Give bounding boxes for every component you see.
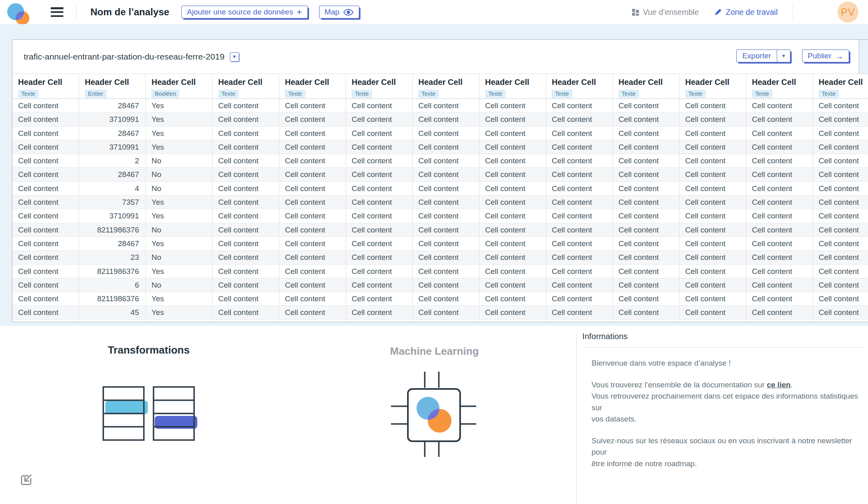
table-cell: Cell content [813,223,868,237]
table-cell: Cell content [613,278,680,292]
menu-hamburger-icon[interactable] [51,7,63,17]
table-cell: Cell content [279,127,346,140]
table-body: Cell content28467YesCell contentCell con… [12,99,868,322]
table-cell: Cell content [813,195,868,209]
table-cell: Cell content [746,195,813,209]
table-cell: Cell content [813,306,868,319]
table-cell: Cell content [479,182,546,195]
doc-link[interactable]: ce lien [767,381,790,389]
table-cell: Cell content [413,182,479,195]
resize-import-icon[interactable] [18,472,34,488]
informations-panel: Informations Bienvenue dans votre espace… [576,331,868,469]
table-cell: Cell content [279,195,346,209]
table-cell: Cell content [613,127,680,140]
add-data-source-button[interactable]: Ajouter une source de données + [181,6,308,19]
table-row: Cell content6NoCell contentCell contentC… [12,278,868,292]
table-cell: Cell content [213,127,279,140]
column-header-label: Header Cell [752,78,813,87]
column-header: Header CellTexte [279,74,346,99]
table-cell: Cell content [680,127,746,140]
table-cell: Cell content [12,113,79,126]
column-header-label: Header Cell [418,78,479,87]
table-cell: No [146,168,213,181]
table-cell: Cell content [746,99,813,112]
tab-workspace[interactable]: Zone de travail [714,8,778,17]
analysis-title: Nom de l’analyse [90,6,169,18]
table-cell: Cell content [213,195,279,209]
table-cell: Cell content [479,209,546,222]
table-cell: Cell content [346,237,413,250]
table-cell: 8211986376 [79,265,146,278]
documentation-text: Vous trouverez l’ensemble de la document… [592,379,868,425]
user-avatar[interactable]: PV [837,2,858,23]
informations-rule [582,347,863,348]
table-cell: No [146,182,213,195]
table-cell: Cell content [680,195,746,209]
table-cell: Cell content [279,306,346,319]
column-header-label: Header Cell [151,78,212,87]
table-cell: Cell content [213,265,279,278]
table-cell: Cell content [413,265,479,278]
table-cell: Yes [146,265,213,278]
column-type-badge: Texte [18,90,39,98]
table-cell: Cell content [680,154,746,167]
table-cell: Cell content [680,265,746,278]
table-cell: Cell content [613,292,680,305]
table-cell: Cell content [12,127,79,140]
table-cell: Cell content [746,265,813,278]
table-cell: Cell content [346,140,413,154]
table-cell: Cell content [213,99,279,112]
publish-button[interactable]: Publier → [802,49,849,62]
column-type-badge: Texte [352,90,372,98]
table-row: Cell content2NoCell contentCell contentC… [12,154,868,168]
column-type-badge: Texte [819,90,839,98]
table-cell: Yes [146,195,213,209]
table-cell: Cell content [546,168,613,181]
column-header-label: Header Cell [18,78,79,87]
table-cell: Cell content [613,99,680,112]
column-type-badge: Booléen [151,90,179,98]
dataset-actions: Exporter ▼ Publier → [736,49,849,62]
table-cell: Cell content [213,182,279,195]
table-cell: Cell content [413,113,479,126]
table-cell: Cell content [279,223,346,237]
plus-icon: + [297,8,302,16]
transformations-tables-icon[interactable] [102,385,198,442]
table-cell: Cell content [479,223,546,237]
table-cell: Cell content [346,127,413,140]
table-cell: Yes [146,237,213,250]
dataset-dropdown-icon[interactable]: ▼ [230,52,239,62]
table-cell: Cell content [12,292,79,305]
table-cell [12,320,79,322]
map-button[interactable]: Map [319,6,359,19]
column-header-label: Header Cell [685,78,746,87]
table-row [12,320,868,322]
table-cell: Cell content [479,113,546,126]
export-button[interactable]: Exporter ▼ [736,49,790,62]
table-row: Cell content3710991YesCell contentCell c… [12,113,868,126]
table-cell: Cell content [680,113,746,126]
table-cell: Cell content [680,292,746,305]
table-cell: Cell content [546,154,613,167]
column-header-label: Header Cell [352,78,412,87]
export-dropdown-caret-icon[interactable]: ▼ [777,50,790,62]
table-cell: Cell content [12,209,79,222]
table-cell: 28467 [79,99,146,112]
table-cell: Cell content [12,140,79,154]
pencil-icon [714,8,722,16]
table-cell: Cell content [813,209,868,222]
table-cell: Cell content [746,209,813,222]
table-cell: 8211986376 [79,223,146,237]
table-cell: Cell content [546,127,613,140]
table-cell: Cell content [613,237,680,250]
table-cell: Yes [146,306,213,319]
table-cell: Cell content [746,237,813,250]
table-cell: Cell content [479,168,546,181]
table-row: Cell content23NoCell contentCell content… [12,251,868,264]
table-cell [279,320,346,322]
tab-overview[interactable]: Vue d’ensemble [632,8,699,17]
table-cell: Cell content [479,306,546,319]
table-row: Cell content3710991YesCell contentCell c… [12,209,868,223]
table-cell [413,320,479,322]
table-cell: Cell content [546,306,613,319]
